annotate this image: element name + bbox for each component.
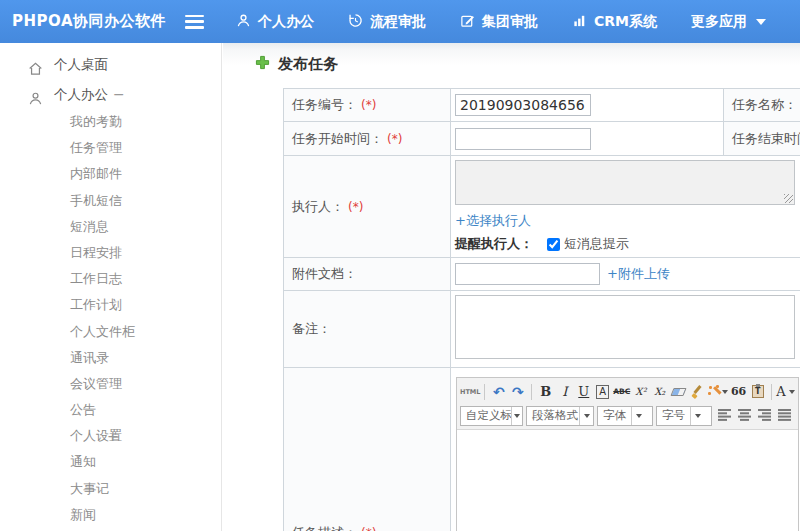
nav-item-personal-office[interactable]: 个人办公 (236, 13, 314, 31)
font-color-button[interactable]: A (777, 382, 794, 401)
bold-button[interactable]: B (537, 382, 554, 401)
form-row-start-time: 任务开始时间：(*) 任务结束时间：(*) (284, 122, 800, 156)
align-justify-icon[interactable] (778, 406, 792, 425)
sidebar-item-short-message[interactable]: 短消息 (0, 214, 221, 240)
top-navbar: PHPOA协同办公软件 个人办公 流程审批 集团审批 (0, 0, 800, 43)
paste-icon[interactable]: T (749, 382, 766, 401)
nav-label: 更多应用 (691, 13, 747, 31)
undo-button[interactable]: ↶ (490, 382, 507, 401)
task-name-label-cell: 任务名称：(*) (724, 89, 800, 122)
sidebar-item-label: 个人办公 (54, 86, 108, 102)
remind-executor-label: 提醒执行人： (455, 235, 533, 253)
start-time-input[interactable] (455, 128, 591, 150)
attachment-upload-link[interactable]: +附件上传 (607, 265, 670, 283)
hamburger-menu-icon[interactable] (185, 15, 204, 29)
caret-down-icon (756, 19, 766, 25)
sidebar-item-schedule[interactable]: 日程安排 (0, 240, 221, 266)
description-label: 任务描述： (292, 525, 357, 531)
executor-label-cell: 执行人：(*) (284, 156, 451, 258)
rich-text-editor: HTML ↶ ↷ B I U A ABC X² (456, 377, 799, 531)
attachment-input[interactable] (455, 263, 600, 285)
nav-label: 集团审批 (482, 13, 538, 31)
task-number-field-cell (451, 89, 724, 122)
sidebar-item-work-plan[interactable]: 工作计划 (0, 292, 221, 318)
nav-label: CRM系统 (594, 13, 657, 31)
sidebar-item-meeting-management[interactable]: 会议管理 (0, 371, 221, 397)
format-brush-icon[interactable] (689, 382, 706, 401)
remark-label: 备注： (292, 321, 331, 336)
nav-item-more-apps[interactable]: 更多应用 (691, 13, 766, 31)
sidebar-item-personal-office[interactable]: 个人办公 − (0, 79, 221, 109)
page-title-text: 发布任务 (278, 55, 338, 74)
nav-item-crm[interactable]: CRM系统 (572, 13, 657, 31)
sidebar-item-internal-mail[interactable]: 内部邮件 (0, 161, 221, 187)
sidebar-item-my-attendance[interactable]: 我的考勤 (0, 109, 221, 135)
start-time-label-cell: 任务开始时间：(*) (284, 122, 451, 156)
resize-handle[interactable] (784, 194, 793, 203)
eraser-icon[interactable] (670, 382, 687, 401)
strikethrough-button[interactable]: ABC (613, 382, 630, 401)
redo-button[interactable]: ↷ (509, 382, 526, 401)
collapse-minus-toggle[interactable]: − (113, 79, 125, 109)
blockquote-button[interactable]: 66 (730, 382, 747, 401)
sidebar-item-contacts[interactable]: 通讯录 (0, 345, 221, 371)
align-left-icon[interactable] (718, 406, 732, 425)
paragraph-format-select[interactable]: 段落格式 (526, 406, 594, 426)
bar-chart-icon (572, 13, 587, 31)
form-row-executor: 执行人：(*) +选择执行人 提醒执行人： 短消息提示 (284, 156, 800, 258)
end-time-label-cell: 任务结束时间：(*) (724, 122, 800, 156)
publish-task-form: 任务编号：(*) 任务名称：(*) 任务开始时间：(*) 任务结束时间： (283, 88, 800, 531)
description-label-cell: 任务描述：(*) (284, 368, 451, 531)
attachment-field-cell: +附件上传 (451, 258, 800, 291)
custom-title-select[interactable]: 自定义标题 (460, 406, 523, 426)
subscript-button[interactable]: X₂ (651, 382, 668, 401)
sidebar: 个人桌面 个人办公 − 我的考勤 任务管理 内部邮件 手机短信 短消息 日程安排… (0, 43, 222, 531)
magic-wand-icon[interactable] (708, 382, 728, 401)
underline-button[interactable]: U (575, 382, 592, 401)
sidebar-item-personal-desktop[interactable]: 个人桌面 (0, 49, 221, 79)
user-icon (236, 13, 251, 31)
executor-textarea[interactable] (455, 160, 795, 205)
sidebar-item-news[interactable]: 新闻 (0, 502, 221, 528)
attachment-label: 附件文档： (292, 266, 357, 281)
plus-icon (255, 55, 270, 74)
align-right-icon[interactable] (758, 406, 772, 425)
form-row-attachment: 附件文档： +附件上传 (284, 258, 800, 291)
sidebar-item-personal-settings[interactable]: 个人设置 + (0, 423, 221, 449)
sidebar-item-personal-files[interactable]: 个人文件柜 (0, 319, 221, 345)
expand-plus-toggle[interactable]: + (107, 423, 119, 449)
sidebar-item-work-log[interactable]: 工作日志 (0, 266, 221, 292)
nav-label: 流程审批 (370, 13, 426, 31)
page-title: 发布任务 (255, 55, 338, 74)
html-source-button[interactable]: HTML (461, 382, 479, 401)
superscript-button[interactable]: X² (632, 382, 649, 401)
sidebar-item-label: 个人桌面 (54, 56, 108, 72)
remark-textarea[interactable] (455, 295, 795, 359)
process-history-icon (348, 13, 363, 31)
form-row-description: 任务描述：(*) HTML ↶ ↷ B I (284, 368, 800, 531)
task-number-label: 任务编号： (292, 97, 357, 112)
nav-item-group-approval[interactable]: 集团审批 (460, 13, 538, 31)
sidebar-item-mobile-sms[interactable]: 手机短信 (0, 188, 221, 214)
choose-executor-link[interactable]: +选择执行人 (455, 213, 531, 228)
sidebar-item-notification[interactable]: 通知 (0, 449, 221, 475)
edit-square-icon (460, 13, 475, 31)
italic-button[interactable]: I (556, 382, 573, 401)
app-logo: PHPOA协同办公软件 (0, 12, 177, 31)
nav-item-process-approval[interactable]: 流程审批 (348, 13, 426, 31)
sidebar-item-milestones[interactable]: 大事记 (0, 476, 221, 502)
required-mark: (*) (348, 200, 363, 214)
sidebar-item-announcement[interactable]: 公告 (0, 397, 221, 423)
task-number-input[interactable] (455, 94, 591, 116)
task-number-label-cell: 任务编号：(*) (284, 89, 451, 122)
align-center-icon[interactable] (738, 406, 752, 425)
remark-field-cell (451, 291, 800, 368)
sms-remind-checkbox[interactable] (547, 238, 560, 251)
font-family-select[interactable]: 字体 (597, 406, 653, 426)
end-time-label: 任务结束时间： (732, 131, 800, 146)
sidebar-item-task-management[interactable]: 任务管理 (0, 135, 221, 161)
editor-content-area[interactable] (457, 430, 798, 531)
editor-toolbar: HTML ↶ ↷ B I U A ABC X² (457, 378, 798, 430)
font-style-button[interactable]: A (596, 385, 609, 399)
font-size-select[interactable]: 字号 (656, 406, 712, 426)
